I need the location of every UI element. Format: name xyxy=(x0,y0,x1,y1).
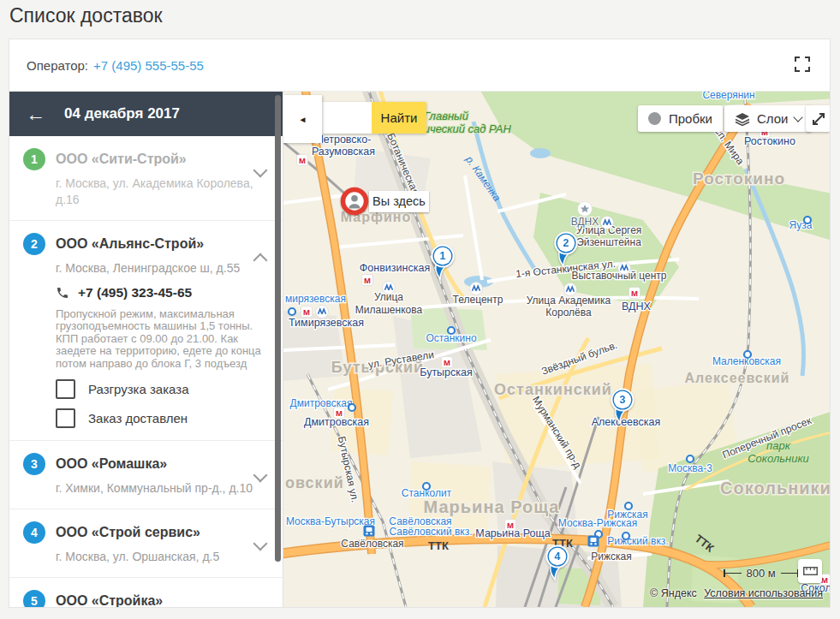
vdnh-star-icon xyxy=(578,202,593,217)
map-label-butyrskaya-metro: Бутырская xyxy=(420,366,473,378)
svg-text:4: 4 xyxy=(555,551,561,562)
delivery-item-header[interactable]: 5 ООО «Стройка» xyxy=(23,590,269,607)
metro-icon: М xyxy=(629,288,640,299)
map-search-button[interactable]: Найти xyxy=(372,102,426,134)
svg-text:М: М xyxy=(336,408,343,418)
delivery-item-header[interactable]: 3 ООО «Ромашка» xyxy=(23,453,269,475)
svg-text:3: 3 xyxy=(620,394,626,406)
delivery-item-header[interactable]: 1 ООО «Сити-Строй» xyxy=(23,148,269,170)
delivery-company: ООО «Альянс-Строй» xyxy=(56,233,204,252)
content-row: ← 04 декабря 2017 1 ООО «Сити-Строй» г. … xyxy=(9,92,830,607)
delivery-company: ООО «Строй сервис» xyxy=(56,521,200,540)
map-collapse-button[interactable]: ◄ xyxy=(283,95,322,143)
map-scale-value: 800 м xyxy=(742,567,781,580)
map-label-alekseevsky: Алексеевский xyxy=(685,371,790,385)
map-label-ostankinsky: Останкинский xyxy=(494,381,612,398)
svg-text:М: М xyxy=(444,358,450,367)
traffic-button[interactable]: Пробки xyxy=(638,105,723,132)
operator-phone-link[interactable]: +7 (495) 555-55-55 xyxy=(93,58,204,73)
copyright-label: © Яндекс xyxy=(650,587,697,599)
metro-icon: М xyxy=(505,520,516,531)
monorail-icon xyxy=(383,282,396,295)
unload-checkbox[interactable] xyxy=(56,379,75,399)
route-date: 04 декабря 2017 xyxy=(64,105,180,122)
delivery-address: г. Москва, Ленинградское ш, д.55 xyxy=(56,260,259,277)
map-label-akademika-1: Улица Академика xyxy=(527,295,611,307)
delivery-note: Пропускной режим, максимальная грузоподъ… xyxy=(56,308,275,371)
delivery-number-badge: 4 xyxy=(23,521,45,544)
monorail-icon xyxy=(618,262,631,275)
deliveries-sidebar: ← 04 декабря 2017 1 ООО «Сити-Строй» г. … xyxy=(9,92,283,607)
map-canvas[interactable]: Марфино Бутырский Останкинский Алексеевс… xyxy=(283,92,830,607)
traffic-icon xyxy=(648,112,661,125)
map-label-moskva-rizhskaya: Москва-Рижская xyxy=(558,517,637,529)
map-label-park-sokolniki-2: Сокольники xyxy=(748,452,809,465)
map-label-petrovsko-1: Петровско- xyxy=(316,134,372,146)
map-label-ttk-1: ТТК xyxy=(428,539,449,552)
svg-text:М: М xyxy=(299,156,306,165)
map-label-severyanin: Северянин xyxy=(702,92,754,101)
map-label-telecentr: Телецентр xyxy=(453,294,503,306)
operator-bar: Оператор: +7 (495) 555-55-55 xyxy=(9,39,830,92)
delivered-checkbox-label: Заказ доставлен xyxy=(88,411,188,426)
sidebar-header: ← 04 декабря 2017 xyxy=(9,92,283,136)
delivery-number-badge: 1 xyxy=(23,148,45,170)
phone-icon xyxy=(56,286,69,300)
delivery-item-1: 1 ООО «Сити-Строй» г. Москва, ул. Академ… xyxy=(9,136,283,221)
ruler-icon xyxy=(803,567,818,575)
delivery-address: г. Москва, ул. Академика Королева, д.16 xyxy=(56,176,259,208)
delivered-checkbox[interactable] xyxy=(56,408,75,428)
map-label-savelovskaya-street: Савёловская xyxy=(341,538,403,550)
map-label-fonvizinskaya: Фонвизинская xyxy=(360,262,430,274)
metro-icon: М xyxy=(301,307,313,318)
delivery-phone-link[interactable]: +7 (495) 323-45-65 xyxy=(78,285,192,301)
delivery-item-2: 2 ООО «Альянс-Строй» г. Москва, Ленингра… xyxy=(9,221,283,441)
map-label-timiryazevskaya: Тимирязевская xyxy=(289,317,364,329)
map-expand-button[interactable] xyxy=(806,105,830,132)
delivery-company: ООО «Ромашка» xyxy=(56,453,167,472)
map-label-milashenkova-2: Милашенкова xyxy=(355,304,423,316)
svg-text:М: М xyxy=(631,289,638,298)
svg-text:М: М xyxy=(303,307,310,317)
delivery-company: ООО «Сити-Строй» xyxy=(56,148,187,167)
layers-icon xyxy=(735,112,750,126)
map-label-vdnh-landmark: ВДНХ xyxy=(571,216,599,228)
delivery-item-header[interactable]: 2 ООО «Альянс-Строй» xyxy=(23,233,269,255)
chevron-down-icon xyxy=(794,112,803,122)
monorail-icon xyxy=(601,217,614,229)
map-label-petrovsko-2: Разумовская xyxy=(312,146,375,158)
delivery-item-5: 5 ООО «Стройка» г. Москва, ул. Оршанская… xyxy=(9,578,283,607)
delivery-item-header[interactable]: 4 ООО «Строй сервис» xyxy=(23,521,269,544)
delivery-number-badge: 2 xyxy=(23,233,45,255)
metro-icon: М xyxy=(334,408,345,419)
layers-button[interactable]: Слои xyxy=(724,105,812,132)
operator-label: Оператор: xyxy=(27,58,88,73)
sidebar-scrollbar[interactable] xyxy=(275,95,281,562)
monorail-icon xyxy=(470,283,483,295)
map-search-input[interactable] xyxy=(322,102,372,134)
map-label-rizhsky-vkz: Рижский вкз. xyxy=(607,535,668,547)
map-label-moskva-butyrskaya: Москва-Бутырская xyxy=(286,515,375,527)
map-label-timiryazevskaya-partial: мирязевская xyxy=(285,293,346,305)
delivery-number-badge: 3 xyxy=(23,453,45,475)
delivery-item-4: 4 ООО «Строй сервис» г. Москва, ул. Орша… xyxy=(9,509,283,578)
fullscreen-icon[interactable] xyxy=(794,56,811,73)
delivery-phone-row: +7 (495) 323-45-65 xyxy=(56,285,269,301)
metro-icon: М xyxy=(362,275,373,286)
unload-checkbox-row[interactable]: Разгрузка заказа xyxy=(56,379,269,399)
back-arrow-icon[interactable]: ← xyxy=(26,104,45,124)
delivered-checkbox-row[interactable]: Заказ доставлен xyxy=(56,408,269,428)
delivery-item-3: 3 ООО «Ромашка» г. Химки, Коммунальный п… xyxy=(9,441,283,509)
map-label-partial-district: овский xyxy=(285,474,344,491)
map-label-rostokino-district: Ростокино xyxy=(693,170,785,187)
delivery-address: г. Москва, ул. Оршанская, д.5 xyxy=(56,549,259,565)
map-search: Найти xyxy=(322,102,426,134)
terms-link[interactable]: Условия использования xyxy=(704,587,823,599)
map-scale: 800 м xyxy=(724,567,798,580)
svg-text:М: М xyxy=(364,276,371,285)
svg-text:М: М xyxy=(821,575,828,585)
delivery-address: г. Химки, Коммунальный пр-д., д.10 xyxy=(56,480,259,497)
map-label-savelovsky-vkz: Савёловский вкз. xyxy=(389,526,472,538)
deliveries-card: Оператор: +7 (495) 555-55-55 ← 04 декабр… xyxy=(9,39,831,608)
ruler-button[interactable] xyxy=(798,559,822,583)
